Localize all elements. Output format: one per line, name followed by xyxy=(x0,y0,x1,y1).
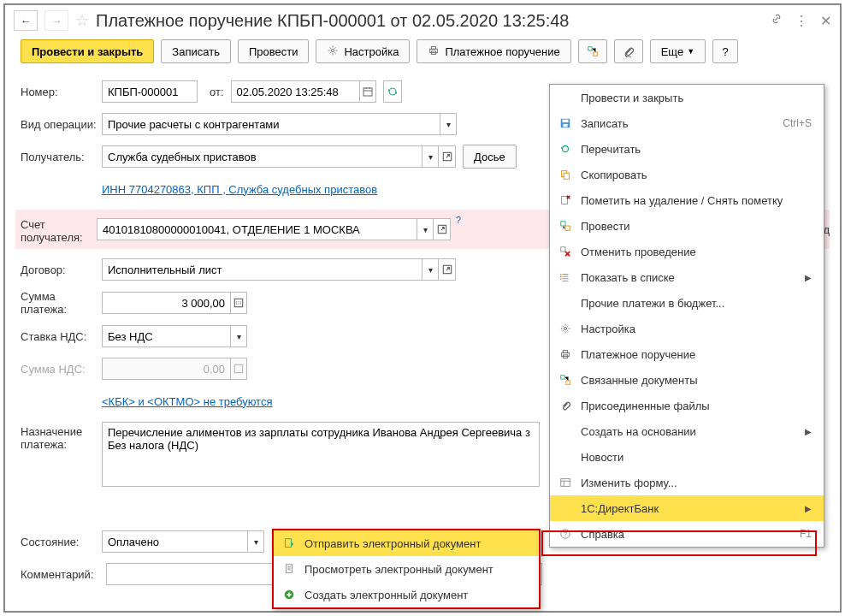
kbk-link[interactable]: <КБК> и <ОКТМО> не требуются xyxy=(102,395,272,408)
print-payment-order-button[interactable]: Платежное поручение xyxy=(417,39,570,63)
menu-directbank[interactable]: 1С:ДиректБанк ▶ xyxy=(550,495,824,521)
svg-rect-39 xyxy=(561,479,570,487)
recipient-input[interactable] xyxy=(102,145,422,168)
menu-print-payment-order[interactable]: Платежное поручение xyxy=(550,341,824,367)
help-hint[interactable]: ? xyxy=(456,215,461,225)
nav-back-button[interactable]: ← xyxy=(14,10,38,31)
svg-point-12 xyxy=(238,301,239,302)
svg-rect-5 xyxy=(594,52,597,56)
vat-rate-input[interactable] xyxy=(102,325,230,347)
svg-rect-27 xyxy=(561,222,565,226)
svg-point-32 xyxy=(560,278,562,280)
nav-forward-button[interactable]: → xyxy=(44,10,68,31)
state-input[interactable] xyxy=(102,530,247,553)
svg-point-15 xyxy=(238,304,239,305)
send-doc-icon xyxy=(282,536,296,550)
gear-icon xyxy=(327,44,339,59)
link-icon[interactable] xyxy=(771,13,783,28)
create-edoc-item[interactable]: Создать электронный документ xyxy=(274,582,539,607)
form-icon xyxy=(558,476,572,489)
sum-input[interactable] xyxy=(102,292,230,314)
view-edoc-item[interactable]: Просмотреть электронный документ xyxy=(274,556,539,582)
menu-help[interactable]: ? Справка F1 xyxy=(550,521,824,547)
svg-rect-6 xyxy=(363,88,372,96)
svg-rect-26 xyxy=(562,197,568,204)
svg-rect-4 xyxy=(588,47,591,50)
contract-label: Договор: xyxy=(21,264,102,276)
post-button[interactable]: Провести xyxy=(238,39,310,63)
copy-icon xyxy=(558,168,572,181)
save-button[interactable]: Записать xyxy=(161,39,231,63)
attachment-button[interactable] xyxy=(614,39,643,63)
menu-post[interactable]: Провести xyxy=(550,213,824,239)
menu-unpost[interactable]: Отменить проведение xyxy=(550,239,824,264)
dossier-button[interactable]: Досье xyxy=(463,145,517,169)
more-vertical-icon[interactable]: ⋮ xyxy=(795,13,808,29)
svg-rect-18 xyxy=(286,539,292,548)
paperclip-icon xyxy=(558,399,572,412)
post-icon xyxy=(558,219,572,233)
date-input[interactable] xyxy=(231,80,359,103)
menu-mark-delete[interactable]: Пометить на удаление / Снять пометку xyxy=(550,187,824,213)
close-icon[interactable]: ✕ xyxy=(820,13,831,29)
op-type-label: Вид операции: xyxy=(21,118,102,131)
payee-account-input[interactable] xyxy=(97,218,417,240)
post-and-close-button[interactable]: Провести и закрыть xyxy=(21,39,154,63)
inn-link[interactable]: ИНН 7704270863, КПП , Служба судебных пр… xyxy=(102,183,377,196)
help-button[interactable]: ? xyxy=(712,39,738,63)
menu-post-close[interactable]: Провести и закрыть xyxy=(550,85,824,110)
op-type-input[interactable] xyxy=(102,113,440,135)
purpose-textarea[interactable] xyxy=(102,422,540,487)
svg-rect-10 xyxy=(234,299,242,306)
more-button[interactable]: Еще ▼ xyxy=(650,39,706,63)
purpose-label: Назначение платежа: xyxy=(21,422,102,451)
settings-button[interactable]: Настройка xyxy=(316,39,410,63)
refresh-icon xyxy=(558,142,572,156)
payee-account-open[interactable] xyxy=(434,218,451,240)
menu-edit-form[interactable]: Изменить форму... xyxy=(550,470,824,495)
menu-show-in-list[interactable]: Показать в списке ▶ xyxy=(550,264,824,290)
number-input[interactable] xyxy=(102,80,198,103)
structure-button[interactable] xyxy=(578,39,607,63)
state-dropdown[interactable]: ▾ xyxy=(247,530,264,553)
recipient-dropdown[interactable]: ▾ xyxy=(422,145,439,168)
menu-copy[interactable]: Скопировать xyxy=(550,162,824,187)
payee-account-dropdown[interactable]: ▾ xyxy=(417,218,434,240)
menu-settings[interactable]: Настройка xyxy=(550,316,824,341)
menu-create-based[interactable]: Создать на основании ▶ xyxy=(550,418,824,444)
menu-news[interactable]: Новости xyxy=(550,444,824,470)
menu-save[interactable]: Записать Ctrl+S xyxy=(550,110,824,136)
menu-reread[interactable]: Перечитать xyxy=(550,136,824,162)
contract-dropdown[interactable]: ▾ xyxy=(422,258,439,281)
svg-rect-38 xyxy=(566,381,570,384)
vat-sum-input xyxy=(102,358,230,380)
favorite-icon[interactable]: ☆ xyxy=(75,11,89,30)
calendar-button[interactable] xyxy=(359,80,376,103)
directbank-submenu: Отправить электронный документ Просмотре… xyxy=(272,529,541,609)
contract-open[interactable] xyxy=(439,258,456,281)
menu-other-payments[interactable]: Прочие платежи в бюджет... xyxy=(550,290,824,316)
refresh-button[interactable] xyxy=(383,80,402,103)
svg-rect-35 xyxy=(563,351,567,353)
send-edoc-item[interactable]: Отправить электронный документ xyxy=(274,530,539,556)
svg-rect-29 xyxy=(561,247,565,252)
recipient-open[interactable] xyxy=(439,145,456,168)
chevron-down-icon: ▼ xyxy=(687,47,694,56)
window-title: Платежное поручение КПБП-000001 от 02.05… xyxy=(96,11,764,31)
svg-point-13 xyxy=(240,301,241,302)
more-menu: Провести и закрыть Записать Ctrl+S Переч… xyxy=(549,84,824,548)
view-doc-icon xyxy=(282,562,296,576)
menu-attached-files[interactable]: Присоединенные файлы xyxy=(550,393,824,418)
save-icon xyxy=(558,116,572,130)
sum-calc-button[interactable] xyxy=(230,292,247,314)
vat-rate-dropdown[interactable]: ▾ xyxy=(230,325,247,347)
contract-input[interactable] xyxy=(102,258,422,281)
svg-point-14 xyxy=(236,304,237,305)
svg-point-16 xyxy=(240,304,241,305)
gear-icon xyxy=(558,322,572,335)
op-type-dropdown[interactable]: ▾ xyxy=(440,113,457,135)
vat-sum-label: Сумма НДС: xyxy=(21,363,102,376)
menu-linked-docs[interactable]: Связанные документы xyxy=(550,367,824,393)
state-label: Состояние: xyxy=(21,536,102,548)
sum-label: Сумма платежа: xyxy=(21,290,102,316)
